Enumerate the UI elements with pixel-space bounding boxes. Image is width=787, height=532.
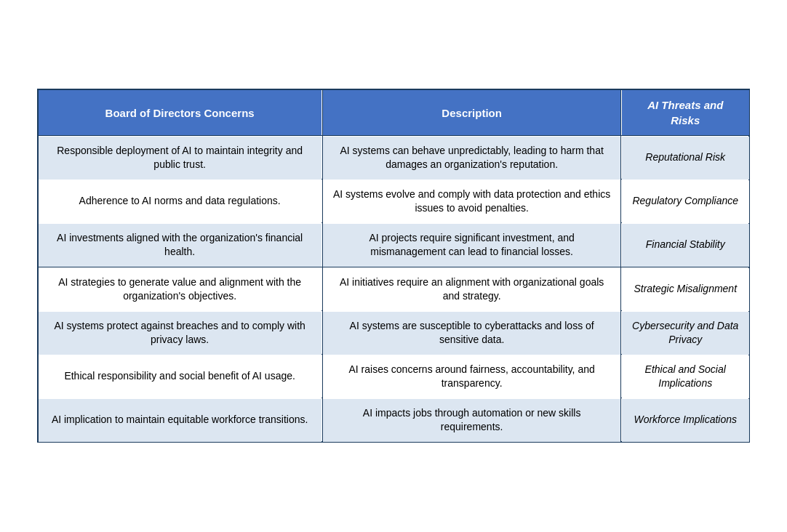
cell-description: AI projects require significant investme…	[322, 223, 621, 267]
cell-board: Adherence to AI norms and data regulatio…	[38, 180, 322, 223]
cell-board: AI implication to maintain equitable wor…	[38, 398, 322, 443]
cell-description: AI systems are susceptible to cyberattac…	[322, 311, 621, 355]
table-row: Workforce ImplicationsAI impacts jobs th…	[38, 398, 749, 443]
cell-board: Ethical responsibility and social benefi…	[38, 355, 322, 398]
cell-board: Responsible deployment of AI to maintain…	[38, 136, 322, 180]
table-row: Financial StabilityAI projects require s…	[38, 223, 749, 267]
page-wrapper: AI Threats and Risks Description Board o…	[0, 0, 787, 532]
header-threats: AI Threats and Risks	[621, 89, 749, 136]
cell-threat: Financial Stability	[621, 223, 749, 267]
table-row: Regulatory ComplianceAI systems evolve a…	[38, 180, 749, 223]
table-row: Reputational RiskAI systems can behave u…	[38, 136, 749, 180]
cell-threat: Cybersecurity and Data Privacy	[621, 311, 749, 355]
cell-description: AI raises concerns around fairness, acco…	[322, 355, 621, 398]
header-description: Description	[322, 89, 621, 136]
cell-threat: Regulatory Compliance	[621, 180, 749, 223]
cell-description: AI impacts jobs through automation or ne…	[322, 398, 621, 443]
cell-threat: Reputational Risk	[621, 136, 749, 180]
cell-threat: Ethical and Social Implications	[621, 355, 749, 398]
header-row: AI Threats and Risks Description Board o…	[38, 89, 749, 136]
cell-description: AI systems can behave unpredictably, lea…	[322, 136, 621, 180]
cell-board: AI systems protect against breaches and …	[38, 311, 322, 355]
cell-description: AI initiatives require an alignment with…	[322, 267, 621, 310]
ai-threats-table: AI Threats and Risks Description Board o…	[37, 89, 750, 443]
cell-description: AI systems evolve and comply with data p…	[322, 180, 621, 223]
cell-threat: Workforce Implications	[621, 398, 749, 443]
cell-threat: Strategic Misalignment	[621, 267, 749, 310]
table-row: Ethical and Social ImplicationsAI raises…	[38, 355, 749, 398]
cell-board: AI investments aligned with the organiza…	[38, 223, 322, 267]
cell-board: AI strategies to generate value and alig…	[38, 267, 322, 310]
table-row: Strategic MisalignmentAI initiatives req…	[38, 267, 749, 310]
table-row: Cybersecurity and Data PrivacyAI systems…	[38, 311, 749, 355]
header-board: Board of Directors Concerns	[38, 89, 322, 136]
table-container: AI Threats and Risks Description Board o…	[37, 89, 750, 443]
